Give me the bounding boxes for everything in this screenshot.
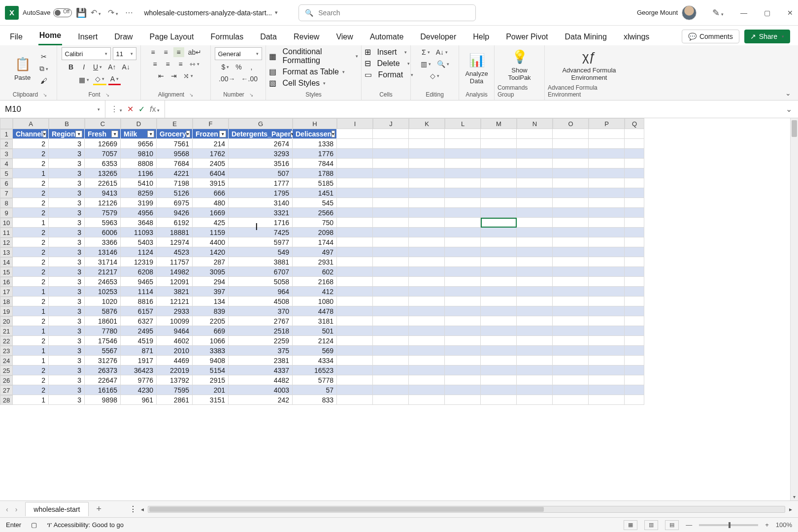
cell-I26[interactable] xyxy=(337,375,373,385)
cell-N25[interactable] xyxy=(517,366,553,375)
cell-G18[interactable]: 4508 xyxy=(229,297,293,306)
cell-E4[interactable]: 7684 xyxy=(157,159,193,168)
cell-P15[interactable] xyxy=(589,267,625,277)
cell-G26[interactable]: 4482 xyxy=(229,375,293,385)
cell-C24[interactable]: 31276 xyxy=(85,356,121,366)
cell-E24[interactable]: 4469 xyxy=(157,356,193,366)
increase-decimal-icon[interactable]: .00→ xyxy=(217,74,237,84)
cell-B17[interactable]: 3 xyxy=(49,287,85,297)
cell-K14[interactable] xyxy=(409,257,445,267)
borders-icon[interactable]: ▦▾ xyxy=(77,75,91,85)
cell-A24[interactable]: 1 xyxy=(13,356,49,366)
cell-Q11[interactable] xyxy=(625,228,644,237)
cell-J5[interactable] xyxy=(373,168,409,178)
cell-I8[interactable] xyxy=(337,198,373,208)
cell-E16[interactable]: 12091 xyxy=(157,277,193,287)
cell-O21[interactable] xyxy=(553,326,589,336)
fx-dropdown-icon[interactable]: ⋮▾ xyxy=(110,104,122,114)
cell-J12[interactable] xyxy=(373,237,409,247)
col-header-F[interactable]: F xyxy=(193,118,229,129)
cell-M17[interactable] xyxy=(481,287,517,297)
cell-N8[interactable] xyxy=(517,198,553,208)
cell-N3[interactable] xyxy=(517,149,553,159)
cell-H10[interactable]: 750 xyxy=(293,218,337,228)
cell-A8[interactable]: 2 xyxy=(13,198,49,208)
col-header-P[interactable]: P xyxy=(589,118,625,129)
tab-draw[interactable]: Draw xyxy=(113,29,133,45)
cell-N7[interactable] xyxy=(517,188,553,198)
cell-Q14[interactable] xyxy=(625,257,644,267)
page-layout-view-icon[interactable]: ▥ xyxy=(644,520,658,530)
find-icon[interactable]: 🔍▾ xyxy=(435,59,451,69)
cell-E27[interactable]: 7595 xyxy=(157,385,193,395)
cell-E8[interactable]: 6975 xyxy=(157,198,193,208)
cell-O24[interactable] xyxy=(553,356,589,366)
cell-E2[interactable]: 7561 xyxy=(157,139,193,149)
close-button[interactable]: ✕ xyxy=(787,9,793,17)
cell-D12[interactable]: 5403 xyxy=(121,237,157,247)
vertical-scrollbar[interactable]: ▴ ▾ xyxy=(790,118,798,500)
cell-N14[interactable] xyxy=(517,257,553,267)
cell-A11[interactable]: 2 xyxy=(13,228,49,237)
cell-L2[interactable] xyxy=(445,139,481,149)
cell-D11[interactable]: 11093 xyxy=(121,228,157,237)
cell-Q19[interactable] xyxy=(625,306,644,316)
cell-N17[interactable] xyxy=(517,287,553,297)
cell-O15[interactable] xyxy=(553,267,589,277)
table-header-frozen[interactable]: Frozen▾ xyxy=(193,129,229,139)
cell-L9[interactable] xyxy=(445,208,481,218)
cell-K12[interactable] xyxy=(409,237,445,247)
cell-O14[interactable] xyxy=(553,257,589,267)
row-header-15[interactable]: 15 xyxy=(0,267,13,277)
cell-Q18[interactable] xyxy=(625,297,644,306)
cell-C21[interactable]: 7780 xyxy=(85,326,121,336)
wrap-text-icon[interactable]: ab↵ xyxy=(186,47,204,57)
cell-D26[interactable]: 9776 xyxy=(121,375,157,385)
cell-C26[interactable]: 22647 xyxy=(85,375,121,385)
name-box[interactable]: M10 ▾ xyxy=(0,100,105,118)
cell-N19[interactable] xyxy=(517,306,553,316)
maximize-button[interactable]: ▢ xyxy=(764,9,770,17)
cell-J4[interactable] xyxy=(373,159,409,168)
cell-I11[interactable] xyxy=(337,228,373,237)
cell-B18[interactable]: 3 xyxy=(49,297,85,306)
accounting-icon[interactable]: $▾ xyxy=(220,62,232,72)
cell-G28[interactable]: 242 xyxy=(229,395,293,405)
row-header-13[interactable]: 13 xyxy=(0,247,13,257)
cell-J26[interactable] xyxy=(373,375,409,385)
cell-O7[interactable] xyxy=(553,188,589,198)
insert-button[interactable]: ⊞ Insert ▾ xyxy=(365,47,407,57)
row-header-18[interactable]: 18 xyxy=(0,297,13,306)
dialog-launcher-icon[interactable]: ↘ xyxy=(249,92,253,98)
filter-icon[interactable]: ▾ xyxy=(332,131,335,137)
fill-color-icon[interactable]: ◇▾ xyxy=(93,74,106,85)
cell-B2[interactable]: 3 xyxy=(49,139,85,149)
cell-M10[interactable] xyxy=(481,218,517,228)
cell-B22[interactable]: 3 xyxy=(49,336,85,346)
cell-H25[interactable]: 16523 xyxy=(293,366,337,375)
cell-F19[interactable]: 839 xyxy=(193,306,229,316)
cell-E23[interactable]: 2010 xyxy=(157,346,193,356)
cell[interactable] xyxy=(409,129,445,139)
cell-K21[interactable] xyxy=(409,326,445,336)
cell-J19[interactable] xyxy=(373,306,409,316)
cell-C11[interactable]: 6006 xyxy=(85,228,121,237)
filter-icon[interactable]: ▾ xyxy=(186,131,190,137)
bold-button[interactable]: B xyxy=(66,62,76,72)
row-header-8[interactable]: 8 xyxy=(0,198,13,208)
row-header-22[interactable]: 22 xyxy=(0,336,13,346)
cell-A19[interactable]: 1 xyxy=(13,306,49,316)
cell-M25[interactable] xyxy=(481,366,517,375)
tab-power-pivot[interactable]: Power Pivot xyxy=(505,29,549,45)
cell-B11[interactable]: 3 xyxy=(49,228,85,237)
cell-Q6[interactable] xyxy=(625,178,644,188)
cell-C18[interactable]: 1020 xyxy=(85,297,121,306)
cell-J2[interactable] xyxy=(373,139,409,149)
cell-I9[interactable] xyxy=(337,208,373,218)
cell-L26[interactable] xyxy=(445,375,481,385)
row-header-4[interactable]: 4 xyxy=(0,159,13,168)
cell-N24[interactable] xyxy=(517,356,553,366)
cell-D21[interactable]: 2495 xyxy=(121,326,157,336)
cell-L12[interactable] xyxy=(445,237,481,247)
comments-button[interactable]: 💬 Comments xyxy=(682,30,739,43)
